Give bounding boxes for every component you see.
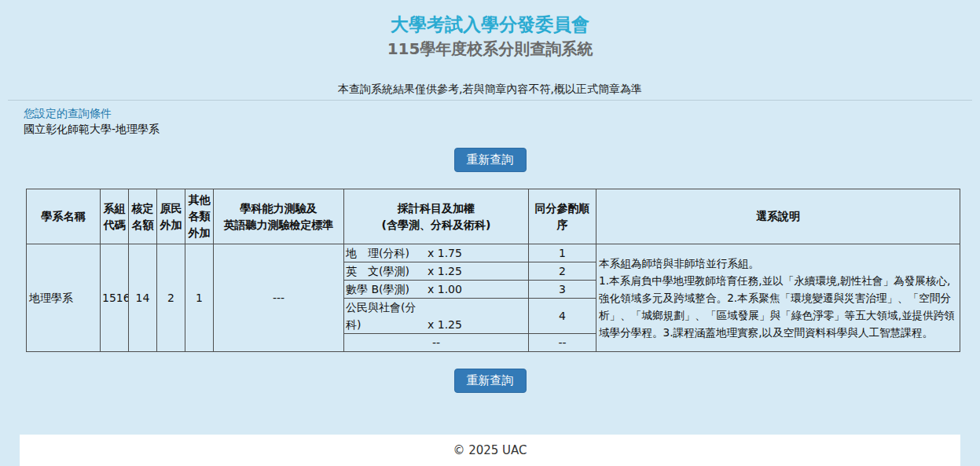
col-header-exam-standard: 學科能力測驗及 英語聽力測驗檢定標準 xyxy=(214,189,344,244)
subject-name: 地 理(分科) xyxy=(346,244,428,262)
subject-weight: x 1.75 xyxy=(428,247,462,259)
footer: © 2025 UAC xyxy=(20,435,960,466)
cell-indigenous-extra: 2 xyxy=(157,244,185,352)
cell-order-1: 1 xyxy=(529,244,596,262)
subject-name: 數學 B(學測) xyxy=(346,281,428,298)
subject-weight: x 1.00 xyxy=(428,283,462,295)
cell-code: 1516 xyxy=(101,244,129,352)
cell-subject-1: 地 理(分科)x 1.75 xyxy=(344,244,529,262)
cell-department: 地理學系 xyxy=(27,244,101,352)
cell-quota: 14 xyxy=(129,244,157,352)
header-divider xyxy=(8,100,972,101)
subject-weight: x 1.25 xyxy=(428,318,462,331)
query-conditions-label: 您設定的查詢條件 xyxy=(24,106,980,121)
cell-order-4: 4 xyxy=(529,299,596,334)
cell-order-3: 3 xyxy=(529,281,596,299)
col-header-tiebreak-order: 同分參酌順 序 xyxy=(529,189,596,244)
disclaimer-text: 本查詢系統結果僅供參考,若與簡章內容不符,概以正式簡章為準 xyxy=(0,82,980,96)
table-header-row: 學系名稱 系組 代碼 核定 名額 原民 外加 其他 各類 外加 學科能力測驗及 … xyxy=(27,189,960,244)
subject-name: 英 文(學測) xyxy=(346,262,428,280)
cell-order-2: 2 xyxy=(529,262,596,281)
requery-button-bottom[interactable]: 重新查詢 xyxy=(454,369,527,393)
cell-description: 本系組為師培與非師培並行系組。 1.本系肩負中學地理教師培育任務,並以「永續環境… xyxy=(596,244,960,352)
cell-order-5: -- xyxy=(529,334,596,352)
query-conditions-value: 國立彰化師範大學-地理學系 xyxy=(24,122,980,137)
requery-button-row-top: 重新查詢 xyxy=(0,148,980,172)
col-header-other-extra: 其他 各類 外加 xyxy=(185,189,214,244)
subject-name: 公民與社會(分科) xyxy=(346,299,428,333)
col-header-code: 系組 代碼 xyxy=(101,189,129,244)
col-header-subjects-weights: 採計科目及加權 (含學測、分科及術科) xyxy=(344,189,529,244)
footer-copyright: © 2025 UAC xyxy=(453,443,527,457)
cell-other-extra: 1 xyxy=(185,244,214,352)
col-header-department: 學系名稱 xyxy=(27,189,101,244)
col-header-quota: 核定 名額 xyxy=(129,189,157,244)
subject-weight: x 1.25 xyxy=(428,265,462,277)
results-table: 學系名稱 系組 代碼 核定 名額 原民 外加 其他 各類 外加 學科能力測驗及 … xyxy=(26,189,960,352)
cell-subject-3: 數學 B(學測)x 1.00 xyxy=(344,281,529,299)
table-row: 地理學系 1516 14 2 1 --- 地 理(分科)x 1.75 1 本系組… xyxy=(27,244,960,262)
page-subtitle: 115學年度校系分則查詢系統 xyxy=(0,39,980,59)
requery-button-row-bottom: 重新查詢 xyxy=(0,369,980,393)
cell-subject-2: 英 文(學測)x 1.25 xyxy=(344,262,529,281)
col-header-indigenous-extra: 原民 外加 xyxy=(157,189,185,244)
cell-subject-4: 公民與社會(分科)x 1.25 xyxy=(344,299,529,334)
page: 大學考試入學分發委員會 115學年度校系分則查詢系統 本查詢系統結果僅供參考,若… xyxy=(0,0,980,466)
page-title: 大學考試入學分發委員會 xyxy=(0,13,980,36)
col-header-description: 選系說明 xyxy=(596,189,960,244)
cell-subject-5: -- xyxy=(344,334,529,352)
requery-button-top[interactable]: 重新查詢 xyxy=(454,148,527,172)
cell-exam-standard: --- xyxy=(214,244,344,352)
